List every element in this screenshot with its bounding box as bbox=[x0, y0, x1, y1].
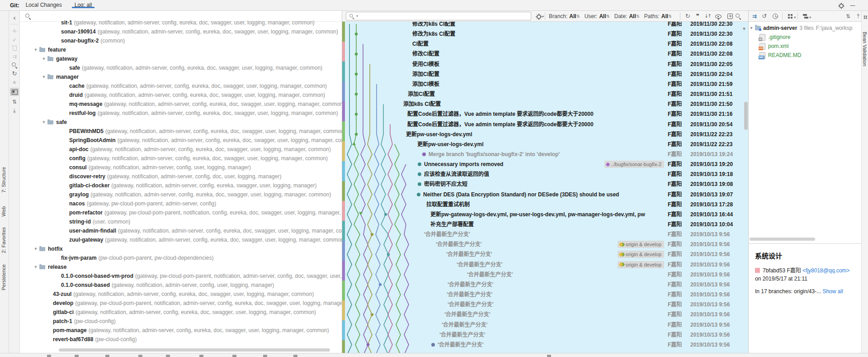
log-filter-user[interactable]: User:All bbox=[585, 13, 610, 20]
branch-tree-row[interactable]: ▼gateway bbox=[20, 54, 342, 63]
commit-row[interactable]: 修改为k8s CI配置F嘉阳2019/11/30 22:30 bbox=[342, 22, 748, 29]
branch-tree-row[interactable]: gitlab-ci-docker(gateway, notification, … bbox=[20, 181, 342, 190]
commit-row[interactable]: '合并最新生产分支'F嘉阳2019/10/13 9:56 bbox=[342, 300, 748, 309]
horizontal-scrollbar[interactable] bbox=[59, 348, 330, 352]
log-filter-date[interactable]: Date:All bbox=[614, 13, 640, 20]
branch-tree-row[interactable]: graylog(gateway, notification, admin-ser… bbox=[20, 190, 342, 199]
cherry-pick-icon[interactable] bbox=[11, 53, 18, 60]
branch-tree-row[interactable]: druid(gateway, notification, admin-serve… bbox=[20, 90, 342, 100]
stripe-tab-structure[interactable]: 7: Structure bbox=[1, 167, 6, 193]
changed-files-root-row[interactable]: ▼ admin-server 3 files F:\java_worksp bbox=[749, 24, 861, 33]
branch-tree-row[interactable]: 43-zuul(gateway, notification, admin-ser… bbox=[20, 290, 342, 299]
commit-row[interactable]: 应该检查从流读取返回的值F嘉阳2019/10/13 19:18 bbox=[342, 169, 748, 179]
collapse-branches-icon[interactable] bbox=[694, 13, 701, 20]
stripe-tab-persistence[interactable]: Persistence bbox=[1, 264, 6, 290]
delete-icon[interactable] bbox=[11, 44, 18, 52]
commit-row[interactable]: 修改CI配置F嘉阳2019/11/30 22:08 bbox=[342, 49, 748, 59]
branch-tree-row[interactable]: 0.1.0-consul-based(gateway, notification… bbox=[20, 281, 342, 290]
branch-tree-row[interactable]: string-id(user, common) bbox=[20, 217, 342, 226]
tab-log-all[interactable]: Log: all bbox=[68, 2, 99, 8]
branch-tree-row[interactable]: ▼safe bbox=[20, 118, 342, 127]
commit-row[interactable]: Merge branch 'bugfix/sonar-bugfix-2' int… bbox=[342, 149, 748, 159]
commit-row[interactable]: 密码密钥不应太短F嘉阳2019/10/13 19:08 bbox=[342, 179, 748, 189]
minimize-icon[interactable]: — bbox=[849, 2, 856, 9]
tab-local-changes[interactable]: Local Changes bbox=[19, 2, 68, 8]
branch-tree-row[interactable]: nacos(gateway, pw-cloud-pom-parent, admi… bbox=[20, 199, 342, 208]
commit-row[interactable]: Neither DES (Data Encryption Standard) n… bbox=[342, 190, 748, 200]
revert-icon[interactable] bbox=[761, 13, 767, 20]
branch-tree-row[interactable]: restful-log(gateway, notification, admin… bbox=[20, 109, 342, 118]
chevron-down-icon[interactable]: ▼ bbox=[33, 244, 38, 253]
group-by-icon[interactable] bbox=[787, 13, 793, 20]
branch-tree-row[interactable]: user-admin-findall(gateway, notification… bbox=[20, 226, 342, 235]
chevron-down-icon[interactable]: ▼ bbox=[33, 262, 38, 271]
commit-row[interactable]: 使用CI模板F嘉阳2019/11/30 22:05 bbox=[342, 59, 748, 69]
history-icon[interactable] bbox=[772, 13, 778, 20]
sort-icon[interactable] bbox=[704, 13, 711, 20]
branch-tree-row[interactable]: sonar-190914(gateway, notification, admi… bbox=[20, 27, 342, 36]
commit-row[interactable]: 配置Code后置过滤器，Vue admin template 要求返回的code… bbox=[342, 119, 748, 129]
branch-tree-row[interactable]: api-doc(gateway, notification, admin-ser… bbox=[20, 145, 342, 154]
commit-row[interactable]: 补充生产部署配置F嘉阳2019/10/13 10:04 bbox=[342, 219, 748, 229]
log-search-input[interactable]: ▾ bbox=[346, 12, 531, 20]
stripe-tab-favorites[interactable]: 2: Favorites bbox=[1, 227, 6, 253]
commit-row[interactable]: '合并最新生产分支'F嘉阳2019/10/13 9:56 bbox=[342, 330, 748, 340]
commit-row[interactable]: 更新pw-gateway-logs-dev.yml, pw-user-logs-… bbox=[342, 209, 748, 219]
view-options-icon[interactable] bbox=[802, 13, 808, 20]
refresh-icon[interactable] bbox=[684, 13, 691, 20]
branch-tag-chip[interactable]: origin & develop bbox=[618, 261, 664, 268]
chevron-down-icon[interactable]: ▼ bbox=[749, 26, 754, 30]
commit-hash[interactable]: 7bfabd53 bbox=[763, 267, 785, 274]
branch-tree-row[interactable]: mq-message(gateway, notification, admin-… bbox=[20, 100, 342, 109]
branch-tree-row[interactable]: pom-refactor(gateway, pw-cloud-pom-paren… bbox=[20, 208, 342, 217]
stripe-tab-web[interactable]: Web bbox=[1, 206, 6, 216]
commit-row[interactable]: 更新pw-user-logs-dev.ymlF嘉阳2019/11/22 22:2… bbox=[342, 139, 748, 149]
refresh-icon[interactable] bbox=[11, 70, 18, 77]
branch-tag-chip[interactable]: origin & develop bbox=[618, 251, 664, 258]
author-email-link[interactable]: <fjy8018@qq.com> bbox=[802, 267, 849, 274]
branch-tree-row[interactable]: develop(gateway, pw-cloud-pom-parent, no… bbox=[20, 299, 342, 308]
commit-row[interactable]: 修改为k8s CI配置F嘉阳2019/11/30 22:30 bbox=[342, 29, 748, 39]
back-icon[interactable] bbox=[11, 14, 18, 22]
branch-tree-row[interactable]: gitlab-ci(gateway, notification, admin-s… bbox=[20, 308, 342, 317]
preview-icon[interactable] bbox=[10, 88, 19, 96]
commit-row[interactable]: 添加k8s CI配置F嘉阳2019/11/30 21:50 bbox=[342, 99, 748, 109]
arrow-southwest-icon[interactable] bbox=[11, 36, 18, 43]
commit-row[interactable]: '合并最新生产分支'F嘉阳2019/10/13 9:56 bbox=[342, 340, 748, 350]
commit-row[interactable]: '合并最新生产分支'origin & developF嘉阳2019/10/13 … bbox=[342, 260, 748, 270]
cherry-pick-icon[interactable] bbox=[751, 13, 757, 20]
commit-row[interactable]: CI配置F嘉阳2019/11/30 22:08 bbox=[342, 39, 748, 49]
branch-tree-row[interactable]: sit-1(gateway, notification, admin-serve… bbox=[20, 18, 342, 27]
branch-tree-row[interactable]: SpringBootAdmin(gateway, notification, a… bbox=[20, 136, 342, 145]
commit-row[interactable]: 更新pw-user-logs-dev.ymlF嘉阳2019/11/22 22:2… bbox=[342, 129, 748, 139]
commit-row[interactable]: '合并最新生产分支'origin & developF嘉阳2019/10/13 … bbox=[342, 239, 748, 249]
show-all-link[interactable]: Show all bbox=[822, 288, 843, 295]
branch-tree-row[interactable]: pom-manage(gateway, notification, admin-… bbox=[20, 326, 342, 335]
new-log-tab-icon[interactable] bbox=[726, 13, 734, 20]
chevron-down-icon[interactable]: ▼ bbox=[41, 118, 47, 127]
expand-all-icon[interactable] bbox=[11, 98, 18, 105]
branch-tree-row[interactable]: zuul-gateway(gateway, notification, admi… bbox=[20, 235, 342, 244]
commit-row[interactable]: '合并最新生产分支'F嘉阳2019/10/13 9:56 bbox=[342, 290, 748, 300]
branch-tree-row[interactable]: safe(gateway, notification, admin-server… bbox=[20, 63, 342, 72]
branch-tree-row[interactable]: patch-1(pw-cloud-config) bbox=[20, 317, 342, 326]
settings-icon[interactable] bbox=[838, 3, 844, 8]
commit-row[interactable]: Unnecessary imports removed../bugfix/son… bbox=[342, 159, 748, 169]
stripe-tab-bean-validation[interactable]: Bean Validation bbox=[862, 32, 868, 66]
commit-row[interactable]: 添加CI配置F嘉阳2019/11/30 21:51 bbox=[342, 89, 748, 99]
add-icon[interactable] bbox=[11, 27, 18, 34]
commit-row[interactable]: 添加CI配置F嘉阳2019/11/30 22:04 bbox=[342, 69, 748, 79]
eye-icon[interactable] bbox=[715, 13, 722, 20]
branch-tree-row[interactable]: ▼feature bbox=[20, 45, 342, 54]
expand-all-icon[interactable] bbox=[845, 13, 851, 20]
search-icon[interactable] bbox=[11, 62, 18, 69]
changed-file-row[interactable]: MDREADME.MD bbox=[749, 51, 861, 60]
changed-file-row[interactable]: ⊘.gitignore bbox=[749, 33, 861, 42]
branch-tree-row[interactable]: ▼release bbox=[20, 262, 342, 271]
branch-tree-row[interactable]: consul(gateway, notification, admin-serv… bbox=[20, 163, 342, 172]
star-icon[interactable] bbox=[11, 79, 18, 86]
tool-stripe-icon[interactable] bbox=[863, 14, 868, 19]
commit-row[interactable]: 配置Code后置过滤器，Vue admin template 要求返回的code… bbox=[342, 109, 748, 119]
commit-row[interactable]: '合并最新生产分支'F嘉阳2019/10/13 9:56 bbox=[342, 280, 748, 290]
log-filter-branch[interactable]: Branch:All bbox=[549, 13, 580, 20]
